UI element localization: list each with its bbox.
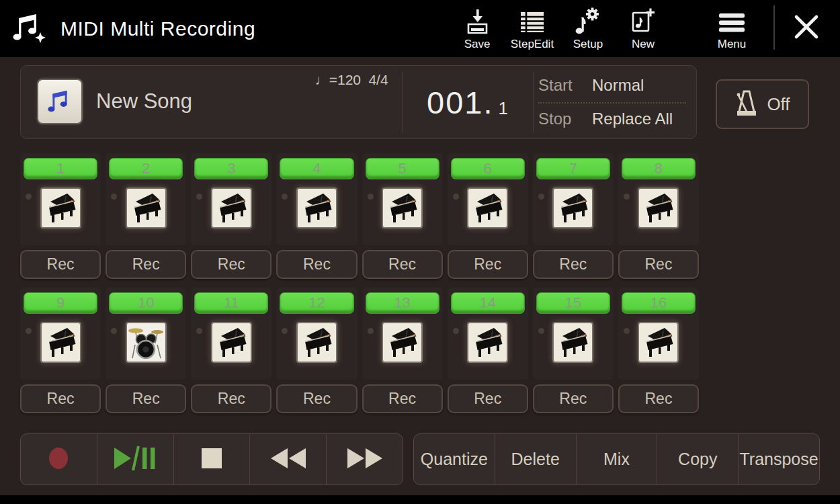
channel-number-button[interactable]: 13 (366, 292, 439, 314)
channel-number-button[interactable]: 14 (451, 292, 525, 314)
channel-number-button[interactable]: 3 (194, 158, 268, 179)
title-bar: MIDI Multi Recording Save (0, 0, 840, 57)
grand-piano-icon[interactable] (639, 323, 677, 362)
grand-piano-icon[interactable] (298, 323, 336, 362)
rec-button[interactable]: Rec (276, 250, 357, 279)
channel-number-button[interactable]: 9 (24, 292, 97, 314)
channel-number-button[interactable]: 11 (194, 292, 268, 314)
song-name[interactable]: New Song (96, 89, 192, 114)
grand-piano-icon[interactable] (212, 189, 251, 227)
transpose-label: Transpose (739, 450, 818, 469)
channel-number-button[interactable]: 2 (109, 158, 183, 179)
channel-7: 7Rec (533, 153, 614, 279)
grand-piano-icon[interactable] (42, 189, 80, 227)
grand-piano-icon[interactable] (383, 189, 421, 227)
save-button[interactable]: Save (454, 7, 500, 51)
grand-piano-icon[interactable] (298, 189, 336, 227)
close-button[interactable] (792, 13, 821, 43)
channel-3: 3Rec (191, 153, 271, 279)
channel-panel: 15 (533, 288, 614, 380)
rec-button[interactable]: Rec (533, 250, 614, 279)
channel-number-button[interactable]: 8 (622, 158, 696, 179)
delete-button[interactable]: Delete (495, 434, 576, 485)
channel-number-button[interactable]: 16 (622, 292, 696, 314)
channel-6: 6Rec (448, 153, 528, 279)
stepedit-button[interactable]: StepEdit (503, 7, 562, 51)
rec-button[interactable]: Rec (191, 250, 271, 279)
delete-label: Delete (511, 450, 560, 469)
channel-number-button[interactable]: 4 (280, 158, 353, 179)
grand-piano-icon[interactable] (639, 189, 677, 227)
rec-button[interactable]: Rec (362, 250, 443, 279)
new-button[interactable]: New (620, 7, 667, 51)
channel-panel: 11 (191, 288, 271, 380)
menu-button[interactable]: Menu (708, 7, 756, 51)
rec-button[interactable]: Rec (362, 384, 443, 413)
channel-number-button[interactable]: 1 (24, 158, 97, 179)
drum-kit-icon[interactable] (127, 323, 165, 362)
time-signature: 4/4 (365, 72, 392, 88)
transpose-button[interactable]: Transpose (738, 434, 819, 485)
channel-panel: 1 (20, 153, 101, 245)
track-grid: 1Rec2Rec3Rec4Rec5Rec6Rec7Rec8Rec9Rec10Re… (20, 153, 699, 413)
rec-button[interactable]: Rec (618, 384, 699, 413)
channel-panel: 13 (362, 288, 443, 380)
rec-button[interactable]: Rec (618, 250, 699, 279)
channel-number-button[interactable]: 6 (451, 158, 525, 179)
rec-button[interactable]: Rec (276, 384, 357, 413)
channel-panel: 2 (106, 153, 186, 245)
rec-button[interactable]: Rec (106, 384, 186, 413)
metronome-button[interactable]: Off (716, 79, 809, 129)
rec-button[interactable]: Rec (533, 384, 614, 413)
channel-9: 9Rec (20, 288, 101, 413)
new-icon (628, 7, 658, 36)
channel-panel: 12 (276, 288, 357, 380)
play-pause-button[interactable] (97, 434, 173, 485)
play-pause-icon (113, 445, 157, 474)
rewind-button[interactable] (249, 434, 326, 485)
channel-status-dot (453, 194, 459, 200)
grand-piano-icon[interactable] (42, 323, 80, 362)
rec-button[interactable]: Rec (191, 384, 271, 413)
channel-number-button[interactable]: 7 (536, 158, 610, 179)
quantize-button[interactable]: Quantize (414, 434, 495, 485)
grand-piano-icon[interactable] (212, 323, 251, 362)
channel-13: 13Rec (362, 288, 443, 413)
grand-piano-icon[interactable] (468, 323, 507, 362)
channel-number-button[interactable]: 10 (109, 292, 183, 314)
grand-piano-icon[interactable] (383, 323, 421, 362)
metronome-state: Off (767, 94, 790, 115)
grand-piano-icon[interactable] (468, 189, 507, 227)
rec-button[interactable]: Rec (448, 250, 528, 279)
tempo-display[interactable]: ♩=120 (290, 72, 361, 88)
rec-button[interactable]: Rec (106, 250, 186, 279)
stop-button[interactable] (173, 434, 250, 485)
channel-number-button[interactable]: 5 (366, 158, 439, 179)
channel-status-dot (196, 194, 202, 200)
channel-status-dot (624, 328, 630, 334)
start-value: Normal (592, 76, 644, 95)
start-mode-row[interactable]: Start Normal (538, 76, 687, 95)
main-content: New Song ♩=120 4/4 001. 1 Start Normal S… (0, 57, 840, 495)
grand-piano-icon[interactable] (127, 189, 165, 227)
channel-status-dot (26, 328, 32, 334)
rec-button[interactable]: Rec (448, 384, 528, 413)
measure-counter: 001. (427, 87, 493, 118)
fast-forward-button[interactable] (326, 434, 403, 485)
mix-button[interactable]: Mix (576, 434, 657, 485)
channel-number-button[interactable]: 15 (536, 292, 610, 314)
rec-button[interactable]: Rec (20, 384, 101, 413)
channel-panel: 5 (362, 153, 443, 245)
stop-label: Stop (538, 110, 592, 128)
rec-button[interactable]: Rec (20, 250, 101, 279)
channel-status-dot (111, 194, 117, 200)
setup-button[interactable]: Setup (566, 7, 610, 51)
grand-piano-icon[interactable] (554, 323, 592, 362)
channel-number-button[interactable]: 12 (280, 292, 353, 314)
copy-button[interactable]: Copy (657, 434, 738, 485)
stop-value: Replace All (592, 110, 673, 128)
record-button[interactable] (21, 434, 97, 485)
new-label: New (632, 38, 655, 51)
grand-piano-icon[interactable] (554, 189, 592, 227)
stop-mode-row[interactable]: Stop Replace All (538, 110, 687, 128)
